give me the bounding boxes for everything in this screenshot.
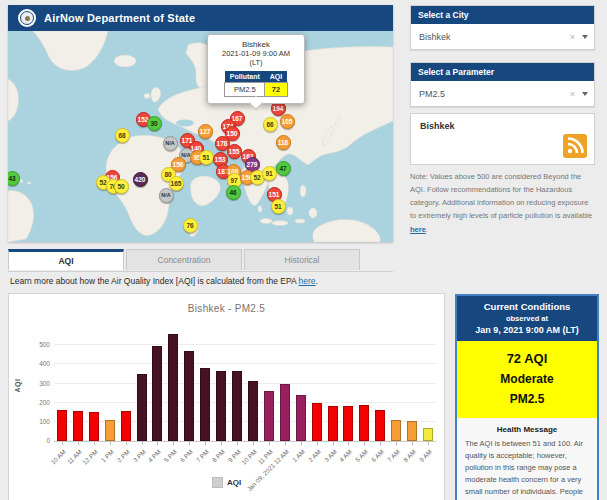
legend-swatch [212, 477, 223, 488]
aqi-bar[interactable] [216, 371, 226, 441]
aqi-bar[interactable] [296, 395, 306, 441]
y-tick-label: 100 [20, 418, 50, 425]
aqi-bar[interactable] [105, 420, 115, 441]
learn-more-prefix: Learn more about how the Air Quality Ind… [10, 276, 299, 286]
current-conditions-title: Current Conditions [461, 301, 593, 312]
aqi-bar[interactable] [137, 374, 147, 441]
gridline [54, 402, 436, 403]
current-aqi-value: 72 AQI [461, 351, 593, 366]
aqi-map-marker[interactable]: 420 [133, 172, 148, 187]
y-tick-label: 200 [20, 399, 50, 406]
aqi-map-marker[interactable]: 68 [115, 128, 130, 143]
aqi-bar[interactable] [391, 420, 401, 441]
aqi-bar[interactable] [184, 351, 194, 441]
popup-aqi-value: 72 [265, 82, 287, 96]
x-tick [142, 442, 143, 445]
aqi-bar[interactable] [312, 403, 322, 441]
aqi-bar[interactable] [57, 410, 67, 441]
current-conditions-panel: Current Conditions observed at Jan 9, 20… [455, 294, 599, 500]
city-dropdown-arrow-icon[interactable] [582, 35, 588, 39]
aqi-map-marker[interactable]: 105 [280, 114, 295, 129]
aqi-bar[interactable] [375, 410, 385, 441]
aqi-bar[interactable] [248, 381, 258, 441]
aqi-bar[interactable] [89, 412, 99, 441]
parameter-combobox[interactable]: PM2.5 × [411, 81, 594, 106]
select-city-box: Select a City Bishkek × [410, 5, 595, 50]
aqi-bar[interactable] [264, 391, 274, 441]
gridline [54, 383, 436, 384]
x-tick [396, 442, 397, 445]
aqi-map-marker[interactable]: 116 [276, 135, 291, 150]
chart-legend: AQI [9, 477, 444, 488]
aqi-bar[interactable] [328, 406, 338, 441]
aqi-map-marker[interactable]: N/A [159, 188, 174, 203]
parameter-value[interactable]: PM2.5 [419, 89, 570, 99]
popup-city: Bishkek [212, 40, 300, 49]
x-tick [285, 442, 286, 445]
epa-here-link[interactable]: here [299, 276, 316, 286]
x-tick [317, 442, 318, 445]
popup-pollutant-value: PM2.5 [225, 82, 265, 96]
aqi-map-marker[interactable]: 50 [114, 179, 129, 194]
tab-concentration[interactable]: Concentration [126, 249, 242, 270]
aqi-bar[interactable] [423, 428, 433, 441]
x-tick [428, 442, 429, 445]
note-suffix: . [426, 225, 428, 234]
rss-icon[interactable] [563, 134, 587, 158]
aqi-bar[interactable] [121, 411, 131, 441]
aqi-map-marker[interactable]: 51 [199, 150, 214, 165]
health-message-block: Health Message The AQI is between 51 and… [457, 418, 597, 500]
city-clear-icon[interactable]: × [570, 32, 575, 42]
city-value[interactable]: Bishkek [419, 32, 570, 42]
tab-historical[interactable]: Historical [244, 249, 360, 270]
popup-datetime: 2021-01-09 9:00 AM [212, 49, 300, 58]
map-popup: Bishkek 2021-01-09 9:00 AM (LT) Pollutan… [207, 34, 305, 104]
note-text: Note: Values above 500 are considered Be… [410, 172, 592, 220]
aqi-bar[interactable] [359, 405, 369, 441]
x-tick [412, 442, 413, 445]
aqi-bar[interactable] [407, 421, 417, 441]
parameter-clear-icon[interactable]: × [570, 89, 575, 99]
aqi-map-marker[interactable]: 165 [169, 176, 184, 191]
health-message-text: The AQI is between 51 and 100. Air quali… [465, 438, 589, 500]
aqi-bar[interactable] [152, 346, 162, 441]
city-combobox[interactable]: Bishkek × [411, 24, 594, 49]
aqi-map-marker[interactable]: 30 [147, 116, 162, 131]
aqi-map-marker[interactable]: 127 [198, 124, 213, 139]
world-aqi-map[interactable]: 436815230N/A171127140N/A955115680165N/A4… [8, 31, 393, 242]
learn-more-suffix: . [316, 276, 318, 286]
view-tabs: AQIConcentrationHistorical [8, 249, 393, 272]
aqi-map-marker[interactable]: 91 [262, 166, 277, 181]
rss-feed-box: Bishkek [410, 113, 595, 165]
aqi-map-marker[interactable]: 51 [271, 199, 286, 214]
aqi-bar[interactable] [200, 368, 210, 441]
health-message-title: Health Message [465, 425, 589, 434]
x-tick [173, 442, 174, 445]
aqi-map-marker[interactable]: 155 [227, 144, 242, 159]
aqi-map-marker[interactable]: 46 [226, 185, 241, 200]
aqi-map-marker[interactable]: N/A [163, 136, 178, 151]
note-here-link[interactable]: here [410, 225, 426, 234]
aqi-bar[interactable] [232, 371, 242, 441]
aqi-bar[interactable] [280, 384, 290, 441]
learn-more-text: Learn more about how the Air Quality Ind… [10, 276, 318, 286]
aqi-bar[interactable] [168, 334, 178, 441]
aqi-map-marker[interactable]: 66 [263, 117, 278, 132]
department-of-state-seal-icon [18, 9, 36, 27]
aqi-map-marker[interactable]: 76 [183, 218, 198, 233]
aqi-map-marker[interactable]: 47 [276, 161, 291, 176]
x-tick [94, 442, 95, 445]
chart-title: Bishkek - PM2.5 [9, 303, 444, 314]
current-aqi-category: Moderate [461, 372, 593, 386]
select-city-label: Select a City [411, 6, 594, 24]
aqi-bar[interactable] [73, 411, 83, 441]
current-aqi-block: 72 AQI Moderate PM2.5 [457, 341, 597, 418]
popup-col-aqi: AQI [265, 71, 287, 83]
x-tick [348, 442, 349, 445]
aqi-map-marker[interactable]: 43 [8, 171, 20, 186]
observed-datetime: Jan 9, 2021 9:00 AM (LT) [461, 325, 593, 335]
aqi-bar[interactable] [343, 406, 353, 441]
parameter-dropdown-arrow-icon[interactable] [582, 92, 588, 96]
aqi-chart-panel: Bishkek - PM2.5 AQI 0100200300400500 10 … [8, 293, 445, 500]
tab-aqi[interactable]: AQI [8, 249, 124, 270]
